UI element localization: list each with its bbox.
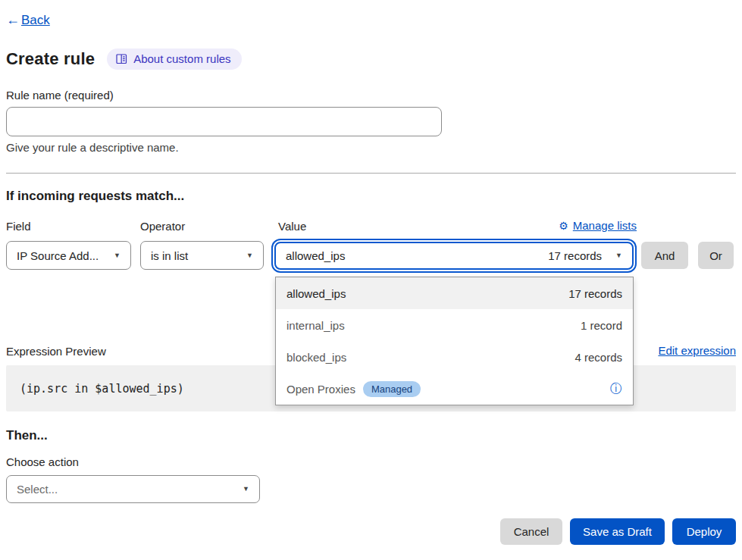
field-select-value: IP Source Add...	[17, 249, 99, 262]
action-select-placeholder: Select...	[17, 483, 58, 496]
list-name: internal_ips	[286, 319, 345, 332]
operator-select-value: is in list	[151, 249, 188, 262]
field-select[interactable]: IP Source Add... ▼	[6, 241, 131, 270]
manage-lists-link[interactable]: ⚙ Manage lists	[559, 219, 637, 232]
value-select-selected: allowed_ips	[286, 249, 345, 262]
list-name: blocked_ips	[286, 351, 346, 364]
chevron-down-icon: ▼	[615, 252, 622, 259]
rule-name-helper: Give your rule a descriptive name.	[6, 141, 179, 154]
chevron-down-icon: ▼	[114, 252, 121, 259]
operator-label: Operator	[140, 220, 185, 233]
back-arrow-icon: ←	[6, 12, 20, 28]
list-name: Open Proxies	[286, 383, 355, 396]
managed-badge: Managed	[363, 381, 421, 397]
value-dropdown-menu: allowed_ips 17 records internal_ips 1 re…	[275, 277, 634, 405]
list-record-count: 17 records	[568, 287, 622, 300]
rule-name-label: Rule name (required)	[6, 89, 114, 102]
list-item-allowed-ips[interactable]: allowed_ips 17 records	[276, 277, 633, 309]
book-icon	[116, 54, 127, 64]
operator-select[interactable]: is in list ▼	[140, 241, 264, 270]
edit-expression-link[interactable]: Edit expression	[658, 344, 736, 357]
match-section-heading: If incoming requests match...	[6, 189, 184, 204]
list-item-internal-ips[interactable]: internal_ips 1 record	[276, 309, 633, 341]
rule-name-input[interactable]	[6, 107, 442, 136]
about-badge-label: About custom rules	[133, 52, 230, 65]
back-label: Back	[21, 13, 50, 28]
expression-code: (ip.src in $allowed_ips)	[6, 382, 184, 396]
info-icon[interactable]: ⓘ	[610, 383, 622, 395]
choose-action-label: Choose action	[6, 455, 79, 468]
back-link[interactable]: ←Back	[6, 12, 50, 28]
list-name: allowed_ips	[286, 287, 346, 300]
create-rule-page: ←Back Create rule About custom rules Rul…	[0, 0, 742, 560]
list-record-count: 1 record	[581, 319, 622, 332]
cancel-button[interactable]: Cancel	[500, 518, 562, 545]
expression-preview-label: Expression Preview	[6, 345, 106, 358]
section-divider	[6, 173, 736, 174]
value-select[interactable]: allowed_ips 17 records ▼	[274, 242, 634, 270]
chevron-down-icon: ▼	[243, 486, 249, 493]
page-header: Create rule About custom rules	[6, 48, 242, 70]
or-button[interactable]: Or	[698, 242, 734, 269]
then-section-heading: Then...	[6, 428, 48, 443]
value-select-records: 17 records	[548, 249, 602, 262]
gear-icon: ⚙	[559, 220, 568, 232]
list-item-blocked-ips[interactable]: blocked_ips 4 records	[276, 341, 633, 373]
deploy-button[interactable]: Deploy	[672, 518, 736, 545]
and-button[interactable]: And	[641, 242, 688, 269]
field-label: Field	[6, 220, 31, 233]
manage-lists-label: Manage lists	[573, 219, 637, 232]
page-title: Create rule	[6, 49, 95, 69]
about-custom-rules-link[interactable]: About custom rules	[107, 48, 241, 70]
list-item-open-proxies[interactable]: Open Proxies Managed ⓘ	[276, 373, 633, 405]
value-label: Value	[278, 220, 306, 233]
action-select[interactable]: Select... ▼	[6, 475, 260, 503]
chevron-down-icon: ▼	[246, 252, 253, 259]
save-as-draft-button[interactable]: Save as Draft	[570, 518, 665, 545]
list-record-count: 4 records	[575, 351, 622, 364]
